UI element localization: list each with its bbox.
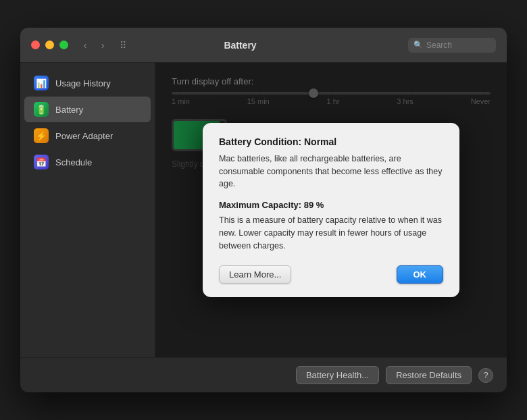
help-button[interactable]: ? [478, 368, 493, 383]
main-panel: Turn display off after: 1 min 15 min 1 h… [155, 63, 507, 357]
sidebar: 📊 Usage History 🔋 Battery ⚡ Power Adapte… [20, 63, 155, 357]
sidebar-label-usage-history: Usage History [55, 78, 111, 88]
sidebar-item-battery[interactable]: 🔋 Battery [24, 97, 151, 122]
sidebar-label-battery: Battery [55, 105, 83, 115]
schedule-icon: 📅 [34, 155, 49, 169]
sidebar-item-usage-history[interactable]: 📊 Usage History [24, 70, 151, 96]
search-bar[interactable]: 🔍 [408, 38, 496, 53]
modal-overlay: Battery Condition: Normal Mac batteries,… [155, 63, 507, 357]
sidebar-label-schedule: Schedule [55, 157, 92, 167]
restore-defaults-button[interactable]: Restore Defaults [386, 366, 472, 384]
power-icon: ⚡ [34, 128, 49, 143]
usage-history-icon: 📊 [34, 76, 49, 90]
main-window: ‹ › ⠿ Battery 🔍 📊 Usage History 🔋 Batter… [20, 28, 507, 392]
search-icon: 🔍 [413, 41, 423, 49]
modal-body-2: This is a measure of battery capacity re… [219, 214, 443, 252]
content-area: 📊 Usage History 🔋 Battery ⚡ Power Adapte… [20, 63, 507, 357]
modal-buttons: Learn More... OK [219, 265, 443, 284]
battery-health-button[interactable]: Battery Health... [296, 366, 379, 384]
battery-condition-modal: Battery Condition: Normal Mac batteries,… [203, 123, 459, 298]
modal-title: Battery Condition: Normal [219, 136, 443, 147]
close-button[interactable] [31, 41, 40, 49]
bottom-bar: Battery Health... Restore Defaults ? [20, 357, 507, 392]
learn-more-button[interactable]: Learn More... [219, 265, 291, 284]
sidebar-item-schedule[interactable]: 📅 Schedule [24, 149, 151, 175]
titlebar: ‹ › ⠿ Battery 🔍 [20, 28, 507, 63]
modal-subtitle: Maximum Capacity: 89 % [219, 200, 443, 210]
traffic-lights [31, 41, 68, 49]
ok-button[interactable]: OK [397, 265, 444, 284]
battery-icon: 🔋 [34, 102, 49, 117]
sidebar-label-power-adapter: Power Adapter [55, 131, 113, 141]
modal-body-1: Mac batteries, like all rechargeable bat… [219, 153, 443, 190]
maximize-button[interactable] [59, 41, 68, 49]
window-title: Battery [79, 40, 401, 51]
search-input[interactable] [426, 41, 491, 50]
minimize-button[interactable] [45, 41, 54, 49]
sidebar-item-power-adapter[interactable]: ⚡ Power Adapter [24, 123, 151, 149]
